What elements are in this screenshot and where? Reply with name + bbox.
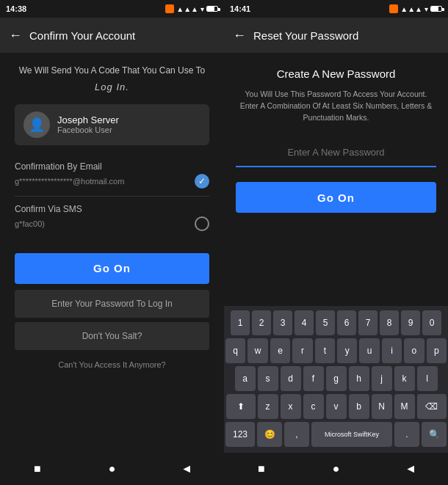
key-x[interactable]: x <box>281 394 301 419</box>
header-left: ← Confirm Your Account <box>0 18 224 53</box>
key-row-numbers: 1 2 3 4 5 6 7 8 9 0 <box>225 310 447 335</box>
num-switch-key[interactable]: 123 <box>225 422 255 447</box>
sms-radio[interactable] <box>195 216 209 231</box>
sms-option-detail: g*fac00) <box>15 216 209 231</box>
status-icons-left: ▲▲▲ ▾ <box>165 4 218 13</box>
form-subtitle: You Will Use This Password To Access You… <box>236 89 436 123</box>
status-bar-right: 14:41 ▲▲▲ ▾ <box>224 0 448 18</box>
dont-salt-button[interactable]: Don't You Salt? <box>15 322 209 350</box>
keyboard: 1 2 3 4 5 6 7 8 9 0 q w e r t y u i o p … <box>224 306 448 453</box>
avatar: 👤 <box>24 112 50 138</box>
emoji-key[interactable]: 😊 <box>257 422 282 447</box>
comma-key[interactable]: , <box>284 422 309 447</box>
sms-option-label: Confirm Via SMS <box>15 204 209 214</box>
key-y[interactable]: y <box>337 338 357 363</box>
shift-key[interactable]: ⬆ <box>226 394 256 419</box>
key-p[interactable]: p <box>427 338 447 363</box>
space-key[interactable]: Microsoft SwiftKey <box>311 422 392 447</box>
key-c[interactable]: c <box>303 394 324 419</box>
key-8[interactable]: 8 <box>380 310 399 335</box>
key-e[interactable]: e <box>270 338 290 363</box>
bottom-nav-right: ■ ● ◄ <box>224 453 448 485</box>
key-j[interactable]: j <box>372 366 392 391</box>
key-z[interactable]: z <box>258 394 278 419</box>
key-1[interactable]: 1 <box>231 310 250 335</box>
sms-value: g*fac00) <box>15 219 45 228</box>
orange-indicator-right <box>389 4 398 13</box>
key-3[interactable]: 3 <box>273 310 292 335</box>
log-in-label: Log In. <box>15 81 209 92</box>
user-sub: Facebook User <box>57 125 119 134</box>
sms-option-row[interactable]: Confirm Via SMS g*fac00) <box>15 197 209 238</box>
key-2[interactable]: 2 <box>252 310 271 335</box>
status-bar-left: 14:38 ▲▲▲ ▾ <box>0 0 224 18</box>
header-right: ← Reset Your Password <box>224 18 448 53</box>
backspace-key[interactable]: ⌫ <box>417 394 447 419</box>
nav-square-right[interactable]: ■ <box>254 462 269 476</box>
orange-indicator-left <box>165 4 174 13</box>
key-b[interactable]: b <box>349 394 369 419</box>
go-on-button-left[interactable]: Go On <box>15 253 209 284</box>
key-a[interactable]: a <box>235 366 256 391</box>
key-t[interactable]: t <box>315 338 335 363</box>
key-d[interactable]: d <box>281 366 301 391</box>
go-on-button-right[interactable]: Go On <box>236 182 436 213</box>
left-content: We Will Send You A Code That You Can Use… <box>0 53 224 453</box>
key-n[interactable]: N <box>372 394 392 419</box>
key-k[interactable]: k <box>394 366 415 391</box>
key-w[interactable]: w <box>248 338 267 363</box>
key-u[interactable]: u <box>359 338 379 363</box>
header-title-right: Reset Your Password <box>253 29 358 42</box>
wifi-right: ▾ <box>424 5 428 13</box>
key-h[interactable]: h <box>349 366 369 391</box>
nav-square-left[interactable]: ■ <box>30 462 45 476</box>
key-row-asdf: a s d f g h j k l <box>225 366 447 391</box>
email-option-row[interactable]: Confirmation By Email g*****************… <box>15 154 209 197</box>
battery-left <box>206 6 218 12</box>
key-9[interactable]: 9 <box>401 310 420 335</box>
key-o[interactable]: o <box>404 338 424 363</box>
subtitle-left: We Will Send You A Code That You Can Use… <box>15 65 209 77</box>
cant-access-link[interactable]: Can't You Access It Anymore? <box>15 360 209 369</box>
header-title-left: Confirm Your Account <box>29 29 135 42</box>
key-7[interactable]: 7 <box>358 310 377 335</box>
key-4[interactable]: 4 <box>295 310 314 335</box>
key-l[interactable]: l <box>417 366 438 391</box>
key-r[interactable]: r <box>292 338 312 363</box>
email-radio[interactable]: ✓ <box>195 174 209 189</box>
nav-circle-left[interactable]: ● <box>104 462 119 476</box>
back-button-left[interactable]: ← <box>9 28 22 43</box>
left-panel: 14:38 ▲▲▲ ▾ ← Confirm Your Account We Wi… <box>0 0 224 485</box>
key-6[interactable]: 6 <box>337 310 356 335</box>
key-q[interactable]: q <box>225 338 245 363</box>
key-s[interactable]: s <box>258 366 278 391</box>
period-key[interactable]: . <box>394 422 419 447</box>
search-key[interactable]: 🔍 <box>422 422 447 447</box>
nav-circle-right[interactable]: ● <box>328 462 343 476</box>
back-button-right[interactable]: ← <box>233 28 246 43</box>
user-card: 👤 Joseph Server Facebook User <box>15 104 209 145</box>
status-icons-right: ▲▲▲ ▾ <box>389 4 442 13</box>
user-name: Joseph Server <box>57 114 119 125</box>
key-row-zxcv: ⬆ z x c v b N M ⌫ <box>225 394 447 419</box>
checkmark-icon: ✓ <box>198 176 206 186</box>
key-f[interactable]: f <box>303 366 324 391</box>
signal-right: ▲▲▲ <box>400 5 422 13</box>
wifi-left: ▾ <box>200 5 204 13</box>
key-g[interactable]: g <box>326 366 347 391</box>
password-login-button[interactable]: Enter Your Password To Log In <box>15 290 209 318</box>
key-m[interactable]: M <box>394 394 415 419</box>
bottom-nav-left: ■ ● ◄ <box>0 453 224 485</box>
right-panel: 14:41 ▲▲▲ ▾ ← Reset Your Password Create… <box>224 0 448 485</box>
email-option-detail: g*****************@hotmail.com ✓ <box>15 174 209 189</box>
key-i[interactable]: i <box>382 338 402 363</box>
nav-back-right[interactable]: ◄ <box>403 462 418 476</box>
form-title: Create A New Password <box>236 68 436 80</box>
key-v[interactable]: v <box>326 394 347 419</box>
battery-right <box>430 6 442 12</box>
nav-back-left[interactable]: ◄ <box>179 462 194 476</box>
key-0[interactable]: 0 <box>422 310 441 335</box>
key-row-qwerty: q w e r t y u i o p <box>225 338 447 363</box>
key-5[interactable]: 5 <box>316 310 335 335</box>
new-password-input[interactable] <box>236 138 436 167</box>
